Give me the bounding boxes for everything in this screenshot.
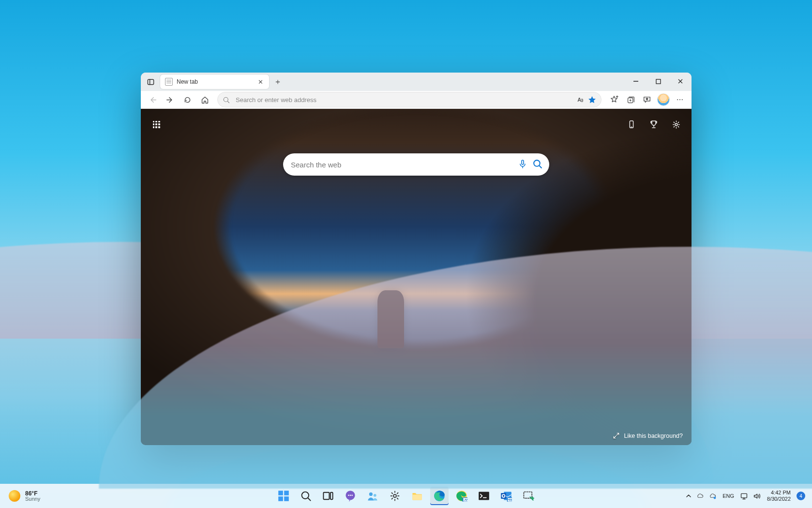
taskbar-edge-browser[interactable]	[430, 487, 449, 505]
taskbar-file-explorer[interactable]	[408, 487, 426, 505]
background-like-prompt[interactable]: Like this background?	[613, 432, 683, 439]
desktop-wallpaper: New tab ✕ ＋	[0, 0, 812, 508]
refresh-icon	[183, 96, 192, 104]
taskbar-outlook[interactable]: PRE	[497, 487, 515, 505]
taskbar-pinned-apps: CAN PRE	[274, 487, 538, 505]
notifications-badge[interactable]: 4	[797, 492, 805, 500]
browser-essentials-button[interactable]	[639, 92, 655, 107]
svg-rect-19	[522, 160, 524, 164]
voice-search-button[interactable]	[518, 159, 527, 170]
favorites-button[interactable]	[606, 92, 622, 107]
system-tray[interactable]	[686, 492, 717, 500]
terminal-icon	[478, 490, 490, 502]
svg-point-20	[534, 160, 540, 166]
collections-icon	[627, 96, 635, 104]
svg-point-31	[348, 494, 349, 496]
search-submit-button[interactable]	[532, 159, 542, 170]
taskbar-snipping-tool[interactable]	[519, 487, 538, 505]
taskbar-search-button[interactable]	[297, 487, 315, 505]
address-input[interactable]	[235, 96, 572, 104]
window-maximize-button[interactable]	[647, 73, 669, 90]
svg-line-7	[228, 101, 229, 103]
volume-icon	[753, 492, 761, 500]
chat-icon	[345, 490, 356, 502]
mobile-button[interactable]	[626, 119, 637, 130]
weather-condition: Sunny	[25, 496, 40, 502]
svg-point-33	[351, 494, 353, 496]
tab-actions-button[interactable]	[144, 75, 157, 89]
taskbar-clock[interactable]: 4:42 PM 8/30/2022	[767, 490, 791, 502]
address-bar[interactable]: A))	[217, 92, 601, 107]
read-aloud-button[interactable]: A))	[577, 92, 583, 107]
svg-rect-0	[148, 79, 153, 84]
svg-point-36	[393, 494, 396, 497]
search-icon	[300, 490, 312, 502]
svg-rect-24	[278, 496, 283, 501]
snip-icon	[523, 490, 534, 502]
tab-title: New tab	[177, 78, 253, 85]
clock-time: 4:42 PM	[767, 490, 791, 496]
profile-button[interactable]	[656, 92, 671, 107]
taskbar-settings[interactable]	[386, 487, 404, 505]
new-tab-button[interactable]: ＋	[271, 75, 285, 89]
taskbar-edge-canary[interactable]: CAN	[452, 487, 471, 505]
onedrive-sync-icon	[709, 492, 717, 500]
svg-rect-25	[284, 496, 289, 501]
taskbar-app-people[interactable]	[363, 487, 382, 505]
favorite-star-button[interactable]	[588, 92, 596, 107]
nav-back-button[interactable]	[145, 92, 160, 107]
nav-home-button[interactable]	[197, 92, 212, 107]
svg-rect-44	[501, 493, 506, 499]
svg-text:CAN: CAN	[462, 498, 467, 501]
edge-canary-icon: CAN	[456, 490, 467, 502]
expand-icon	[613, 432, 620, 439]
star-plus-icon	[610, 95, 618, 104]
people-icon	[367, 490, 378, 502]
svg-rect-3	[656, 79, 661, 84]
close-icon	[677, 78, 683, 84]
quick-settings[interactable]	[740, 492, 761, 500]
sun-icon	[9, 490, 20, 502]
more-menu-button[interactable]	[672, 92, 688, 107]
wallpaper-water	[0, 339, 812, 484]
rewards-button[interactable]	[648, 119, 660, 130]
svg-line-21	[540, 166, 541, 168]
arrow-left-icon	[149, 96, 157, 104]
taskbar-weather-widget[interactable]: 86°F Sunny	[0, 490, 40, 502]
star-filled-icon	[588, 96, 596, 104]
arrow-right-icon	[166, 96, 174, 104]
chevron-up-icon	[686, 493, 692, 499]
folder-icon	[411, 490, 423, 502]
collections-button[interactable]	[623, 92, 638, 107]
edge-icon	[434, 490, 445, 502]
minimize-icon	[633, 78, 639, 84]
app-launcher-button[interactable]	[150, 119, 162, 130]
svg-point-13	[677, 99, 678, 100]
window-minimize-button[interactable]	[625, 73, 647, 90]
start-button[interactable]	[274, 487, 293, 505]
taskbar-chat[interactable]	[341, 487, 360, 505]
nav-forward-button[interactable]	[162, 92, 178, 107]
browser-tab[interactable]: New tab ✕	[160, 75, 269, 89]
svg-point-34	[369, 493, 373, 496]
waffle-icon	[153, 121, 160, 128]
task-view-button[interactable]	[319, 487, 337, 505]
taskbar-terminal[interactable]	[475, 487, 493, 505]
svg-rect-28	[323, 493, 329, 499]
tab-close-button[interactable]: ✕	[257, 77, 264, 87]
svg-rect-52	[741, 493, 747, 498]
clock-date: 8/30/2022	[767, 496, 791, 502]
scenery-rock	[377, 290, 404, 348]
gear-icon	[672, 120, 681, 129]
ntp-search-box[interactable]	[283, 153, 549, 176]
microphone-icon	[518, 159, 527, 169]
svg-rect-22	[278, 491, 283, 495]
svg-point-26	[302, 492, 309, 499]
maximize-icon	[656, 79, 661, 84]
page-settings-button[interactable]	[670, 119, 682, 130]
window-close-button[interactable]	[669, 73, 692, 90]
svg-point-14	[679, 99, 680, 100]
nav-refresh-button[interactable]	[180, 92, 195, 107]
input-language[interactable]: ENG	[722, 493, 734, 499]
ntp-search-input[interactable]	[290, 160, 513, 169]
